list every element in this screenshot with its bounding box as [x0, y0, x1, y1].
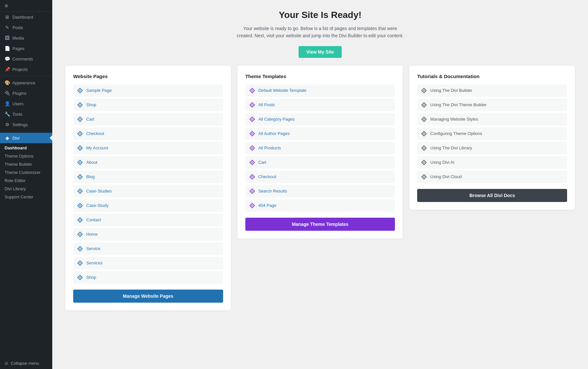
sidebar-item-label: Settings — [12, 122, 28, 127]
divi-sub-library[interactable]: Divi Library — [0, 185, 52, 193]
sidebar-item-media[interactable]: 🖼 Media — [0, 33, 52, 43]
page-title: Your Site Is Ready! — [65, 10, 575, 20]
list-item[interactable]: Services — [73, 257, 223, 269]
sidebar-item-pages[interactable]: 📄 Pages — [0, 43, 52, 54]
list-item[interactable]: Checkout — [73, 127, 223, 140]
list-item[interactable]: Case-Studies — [73, 185, 223, 197]
list-item[interactable]: Case-Study — [73, 199, 223, 212]
list-item[interactable]: Default Website Template — [245, 84, 395, 97]
sidebar-item-users[interactable]: 👤 Users — [0, 98, 52, 109]
list-item[interactable]: Home — [73, 228, 223, 241]
divi-icon: ◆ — [5, 135, 10, 141]
appearance-icon: 🎨 — [5, 80, 10, 85]
list-item[interactable]: About — [73, 156, 223, 169]
sidebar-item-settings[interactable]: ⚙ Settings — [0, 119, 52, 130]
list-item[interactable]: All Category Pages — [245, 113, 395, 126]
list-item[interactable]: Using Divi AI — [417, 156, 567, 169]
divi-sub-theme-customizer[interactable]: Theme Customizer — [0, 168, 52, 176]
sidebar-item-divi[interactable]: ◆ Divi — [0, 133, 52, 143]
divi-page-icon — [77, 131, 83, 137]
view-site-button[interactable]: View My Site — [299, 46, 342, 58]
sidebar-divider-1 — [0, 76, 52, 76]
sidebar-item-label: Dashboard — [12, 15, 33, 20]
sidebar-item-label: Appearance — [12, 80, 35, 85]
list-item[interactable]: Using Divi Cloud — [417, 171, 567, 183]
list-item[interactable]: All Posts — [245, 99, 395, 111]
divi-sub-theme-options[interactable]: Theme Options — [0, 152, 52, 160]
list-item[interactable]: Shop — [73, 99, 223, 111]
sidebar-item-dashboard[interactable]: ⊞ Dashboard — [0, 12, 52, 22]
divi-page-icon — [77, 275, 83, 280]
settings-icon: ⚙ — [5, 122, 10, 127]
comments-icon: 💬 — [5, 56, 10, 61]
sidebar-item-label: Users — [12, 101, 24, 106]
website-pages-list: Sample Page Shop Cart Checkout My Accoun… — [73, 84, 223, 284]
posts-icon: ✎ — [5, 25, 10, 30]
sidebar-item-comments[interactable]: 💬 Comments — [0, 54, 52, 64]
projects-icon: 📌 — [5, 67, 10, 72]
divi-indicator — [50, 135, 52, 141]
page-header: Your Site Is Ready! Your website is read… — [65, 10, 575, 58]
list-item[interactable]: Using The Divi Library — [417, 142, 567, 154]
divi-page-icon — [77, 116, 83, 122]
sidebar-item-appearance[interactable]: 🎨 Appearance — [0, 77, 52, 88]
wp-logo: ⊛ — [0, 0, 52, 12]
theme-templates-card: Theme Templates Default Website Template… — [237, 66, 403, 239]
list-item[interactable]: Sample Page — [73, 84, 223, 97]
divi-doc-icon — [421, 174, 427, 180]
plugins-icon: 🔌 — [5, 91, 10, 96]
list-item[interactable]: Shop — [73, 271, 223, 284]
pages-icon: 📄 — [5, 46, 10, 51]
divi-doc-icon — [421, 159, 427, 165]
collapse-icon: ⊙ — [5, 361, 8, 366]
website-pages-card: Website Pages Sample Page Shop Cart Chec… — [65, 66, 231, 310]
divi-page-icon — [77, 203, 83, 209]
list-item[interactable]: Service — [73, 243, 223, 255]
tools-icon: 🔧 — [5, 111, 10, 117]
divi-doc-icon — [421, 131, 427, 137]
list-item[interactable]: Search Results — [245, 185, 395, 197]
list-item[interactable]: 404 Page — [245, 199, 395, 212]
sidebar-divi-label: Divi — [12, 136, 20, 141]
divi-sub-dashboard[interactable]: Dashboard — [0, 144, 52, 152]
list-item[interactable]: My Account — [73, 142, 223, 154]
list-item[interactable]: Checkout — [245, 171, 395, 183]
sidebar-item-label: Pages — [12, 46, 24, 51]
dashboard-icon: ⊞ — [5, 14, 10, 20]
page-subtitle: Your website is ready to go. Below is a … — [235, 25, 405, 40]
list-item[interactable]: Blog — [73, 171, 223, 183]
divi-template-icon — [249, 188, 255, 194]
divi-template-icon — [249, 131, 255, 137]
list-item[interactable]: Cart — [245, 156, 395, 169]
collapse-menu-button[interactable]: ⊙ Collapse menu — [0, 358, 52, 369]
manage-theme-templates-button[interactable]: Manage Theme Templates — [245, 218, 395, 231]
sidebar-item-plugins[interactable]: 🔌 Plugins — [0, 88, 52, 98]
list-item[interactable]: Using The Divi Builder — [417, 84, 567, 97]
sidebar-item-posts[interactable]: ✎ Posts — [0, 22, 52, 33]
sidebar-divider-2 — [0, 131, 52, 131]
sidebar-item-label: Tools — [12, 112, 22, 117]
sidebar-item-projects[interactable]: 📌 Projects — [0, 64, 52, 75]
tutorials-card: Tutorials & Documentation Using The Divi… — [409, 66, 575, 210]
divi-doc-icon — [421, 145, 427, 151]
browse-docs-button[interactable]: Browse All Divi Docs — [417, 189, 567, 202]
divi-sub-support[interactable]: Support Center — [0, 193, 52, 201]
manage-website-pages-button[interactable]: Manage Website Pages — [73, 290, 223, 303]
divi-submenu: Dashboard Theme Options Theme Builder Th… — [0, 143, 52, 202]
list-item[interactable]: Cart — [73, 113, 223, 126]
divi-sub-role-editor[interactable]: Role Editor — [0, 176, 52, 185]
users-icon: 👤 — [5, 101, 10, 106]
divi-sub-theme-builder[interactable]: Theme Builder — [0, 160, 52, 168]
sidebar-item-tools[interactable]: 🔧 Tools — [0, 109, 52, 119]
list-item[interactable]: All Author Pages — [245, 127, 395, 140]
sidebar-item-label: Projects — [12, 67, 28, 72]
divi-template-icon — [249, 159, 255, 165]
list-item[interactable]: Contact — [73, 214, 223, 226]
divi-doc-icon — [421, 116, 427, 122]
divi-page-icon — [77, 188, 83, 194]
list-item[interactable]: Managing Website Styles — [417, 113, 567, 126]
divi-page-icon — [77, 88, 83, 93]
list-item[interactable]: Using The Divi Theme Builder — [417, 99, 567, 111]
list-item[interactable]: Configuring Theme Options — [417, 127, 567, 140]
list-item[interactable]: All Products — [245, 142, 395, 154]
